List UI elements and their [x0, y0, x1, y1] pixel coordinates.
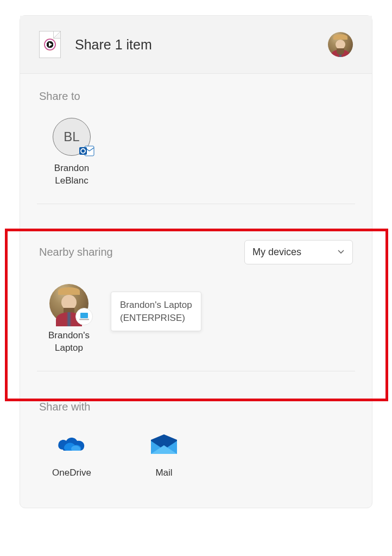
nearby-sharing-section: Nearby sharing My devices — [20, 224, 372, 391]
contact-initials-circle: BL — [53, 118, 91, 156]
laptop-icon — [75, 308, 93, 325]
apps-row: OneDrive Mail — [39, 429, 353, 478]
svg-rect-3 — [80, 313, 88, 318]
device-name-line2: Laptop — [55, 342, 83, 355]
dropdown-selected-label: My devices — [252, 247, 301, 258]
file-type-icon — [39, 31, 61, 58]
share-with-section: Share with OneDrive — [20, 391, 372, 508]
section-divider — [37, 204, 355, 204]
contact-initials: BL — [64, 129, 79, 144]
device-item[interactable]: Brandon's Laptop — [39, 284, 99, 355]
svg-rect-4 — [79, 319, 89, 320]
outlook-icon — [79, 144, 94, 157]
app-label: Mail — [155, 467, 172, 478]
devices-row: Brandon's Laptop Brandon's Laptop (ENTER… — [26, 284, 366, 355]
share-to-section: Share to BL Brandon LeBlanc — [20, 74, 372, 224]
section-divider — [37, 371, 355, 371]
contacts-row: BL Brandon LeBlanc — [39, 118, 353, 187]
nearby-scope-dropdown[interactable]: My devices — [244, 240, 353, 264]
share-dialog: Share 1 item Share to BL — [20, 15, 372, 508]
app-label: OneDrive — [52, 467, 91, 478]
contact-name-line2: LeBlanc — [55, 175, 88, 187]
onedrive-icon — [56, 429, 87, 460]
device-owner-avatar — [49, 284, 88, 323]
share-with-title: Share with — [39, 401, 353, 413]
tooltip-line2: (ENTERPRISE) — [120, 312, 192, 325]
dialog-header: Share 1 item — [20, 16, 372, 74]
share-to-title: Share to — [39, 90, 353, 103]
user-avatar[interactable] — [328, 32, 353, 57]
contact-name-line1: Brandon — [54, 162, 89, 175]
mail-icon — [149, 429, 179, 460]
dialog-title: Share 1 item — [75, 37, 328, 53]
app-item-mail[interactable]: Mail — [131, 429, 197, 478]
app-item-onedrive[interactable]: OneDrive — [39, 429, 104, 478]
chevron-down-icon — [337, 247, 345, 257]
media-play-icon — [44, 39, 56, 50]
device-name-line1: Brandon's — [48, 330, 90, 342]
device-tooltip: Brandon's Laptop (ENTERPRISE) — [111, 292, 201, 332]
nearby-sharing-title: Nearby sharing — [39, 246, 113, 258]
contact-item[interactable]: BL Brandon LeBlanc — [39, 118, 104, 187]
tooltip-line1: Brandon's Laptop — [120, 299, 192, 312]
